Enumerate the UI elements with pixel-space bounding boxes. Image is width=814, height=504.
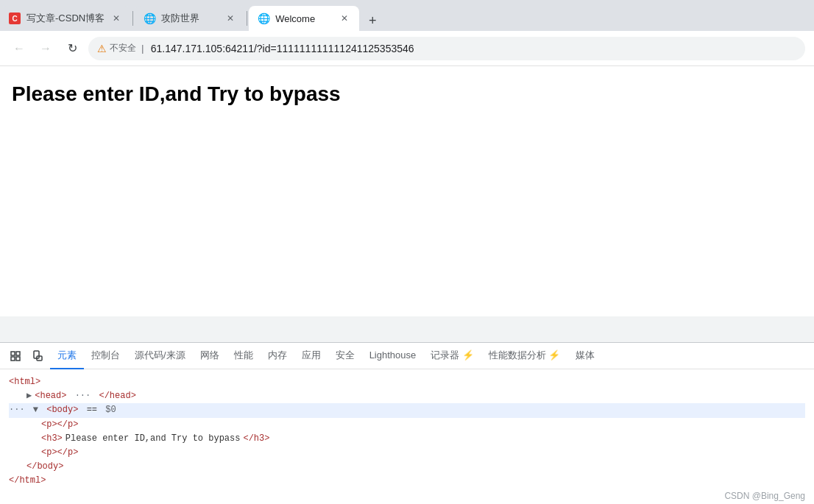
- reload-button[interactable]: ↻: [62, 38, 82, 59]
- new-tab-button[interactable]: +: [362, 10, 383, 31]
- tab-csdn[interactable]: C 写文章-CSDN博客 ✕: [0, 6, 131, 31]
- tab-welcome[interactable]: 🌐 Welcome ✕: [249, 6, 359, 31]
- url-bar[interactable]: ⚠ 不安全 | 61.147.171.105:64211/?id=1111111…: [88, 37, 805, 60]
- csdn-favicon: C: [9, 13, 21, 24]
- page-content: Please enter ID,and Try to bypass: [0, 66, 814, 316]
- tab-recorder[interactable]: 记录器 ⚡: [423, 343, 481, 369]
- browser-chrome: C 写文章-CSDN博客 ✕ 🌐 攻防世界 ✕ 🌐 Welcome ✕ + ← …: [0, 0, 814, 66]
- device-toolbar-button[interactable]: [28, 347, 47, 366]
- devtools-footer: CSDN @Bing_Geng: [724, 488, 805, 504]
- url-warning: ⚠ 不安全 |: [97, 42, 146, 54]
- address-bar: ← → ↻ ⚠ 不安全 | 61.147.171.105:64211/?id=1…: [0, 31, 814, 66]
- forward-button[interactable]: →: [35, 38, 56, 59]
- back-button[interactable]: ←: [9, 38, 29, 59]
- code-line-html-open: <html>: [9, 375, 805, 389]
- tab-csdn-close[interactable]: ✕: [110, 13, 122, 24]
- tab-ctf-label: 攻防世界: [161, 12, 219, 25]
- tab-separator-1: [132, 11, 133, 26]
- svg-rect-2: [11, 357, 15, 361]
- tab-application[interactable]: 应用: [294, 343, 328, 369]
- tab-console[interactable]: 控制台: [84, 343, 127, 369]
- inspect-element-button[interactable]: [6, 347, 25, 366]
- warning-icon: ⚠: [97, 43, 107, 54]
- devtools-code-panel: <html> ▶ <head> ··· </head> ··· ▼ <body>…: [0, 369, 814, 494]
- code-line-body[interactable]: ··· ▼ <body> == $0: [9, 403, 805, 417]
- inspect-icon: [10, 350, 21, 362]
- url-text: 61.147.171.105:64211/?id=111111111111241…: [151, 43, 414, 54]
- welcome-favicon: 🌐: [258, 13, 269, 24]
- page-heading: Please enter ID,and Try to bypass: [12, 81, 802, 107]
- tab-welcome-close[interactable]: ✕: [339, 13, 350, 24]
- tab-performance[interactable]: 性能: [227, 343, 261, 369]
- code-line-p1[interactable]: <p></p>: [9, 418, 805, 432]
- svg-rect-1: [16, 352, 20, 355]
- code-line-p2[interactable]: <p></p>: [9, 446, 805, 460]
- tab-bar: C 写文章-CSDN博客 ✕ 🌐 攻防世界 ✕ 🌐 Welcome ✕ +: [0, 0, 814, 31]
- tab-performance-insights[interactable]: 性能数据分析 ⚡: [481, 343, 568, 369]
- code-line-html-close: </html>: [9, 474, 805, 488]
- svg-rect-0: [11, 352, 15, 355]
- tab-media[interactable]: 媒体: [568, 343, 602, 369]
- svg-rect-3: [16, 357, 20, 361]
- ctf-favicon: 🌐: [144, 13, 155, 24]
- code-line-h3[interactable]: <h3>Please enter ID,and Try to bypass </…: [9, 432, 805, 446]
- tab-separator-2: [247, 11, 247, 26]
- tab-ctf[interactable]: 🌐 攻防世界 ✕: [135, 6, 245, 31]
- tab-security[interactable]: 安全: [328, 343, 362, 369]
- devtools-panel: 元素 控制台 源代码/来源 网络 性能 内存 应用 安全 Lighthouse …: [0, 342, 814, 504]
- tab-ctf-close[interactable]: ✕: [224, 13, 236, 24]
- tab-welcome-label: Welcome: [275, 13, 333, 24]
- device-icon: [32, 350, 43, 362]
- devtools-toolbar: 元素 控制台 源代码/来源 网络 性能 内存 应用 安全 Lighthouse …: [0, 343, 814, 369]
- tab-memory[interactable]: 内存: [261, 343, 294, 369]
- tab-lighthouse[interactable]: Lighthouse: [362, 343, 424, 369]
- tab-csdn-label: 写文章-CSDN博客: [26, 12, 105, 25]
- tab-network[interactable]: 网络: [193, 343, 227, 369]
- code-line-head[interactable]: ▶ <head> ··· </head>: [9, 389, 805, 403]
- tab-sources[interactable]: 源代码/来源: [127, 343, 193, 369]
- tab-elements[interactable]: 元素: [50, 343, 84, 369]
- code-line-body-close[interactable]: </body>: [9, 460, 805, 474]
